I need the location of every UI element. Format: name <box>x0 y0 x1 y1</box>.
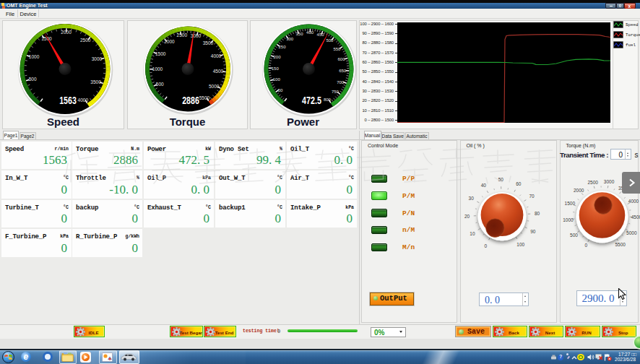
svg-text:5000: 5000 <box>209 84 220 89</box>
svg-text:200: 200 <box>273 55 281 59</box>
svg-text:1500: 1500 <box>564 201 575 206</box>
svg-text:80: 80 <box>534 211 540 216</box>
svg-text:700: 700 <box>337 80 345 84</box>
svg-text:2000: 2000 <box>61 30 72 35</box>
svg-text:0: 0 <box>484 243 487 248</box>
svg-text:20: 20 <box>464 214 470 219</box>
svg-text:50: 50 <box>498 177 503 182</box>
svg-text:2500: 2500 <box>80 38 91 43</box>
svg-text:30: 30 <box>468 196 474 201</box>
svg-text:500: 500 <box>156 82 164 87</box>
svg-text:4500: 4500 <box>631 214 640 220</box>
svg-text:3500: 3500 <box>90 79 101 84</box>
svg-text:4000: 4000 <box>78 98 89 103</box>
svg-text:4500: 4500 <box>213 69 224 74</box>
svg-text:500: 500 <box>570 233 578 238</box>
svg-text:2886: 2886 <box>182 95 199 106</box>
svg-text:400: 400 <box>306 30 314 35</box>
svg-text:70: 70 <box>529 194 535 199</box>
svg-text:2500: 2500 <box>177 32 188 38</box>
svg-text:90: 90 <box>530 229 536 234</box>
svg-text:3000: 3000 <box>191 33 202 38</box>
svg-text:10: 10 <box>470 231 475 236</box>
svg-text:100: 100 <box>516 242 524 247</box>
svg-text:50: 50 <box>277 88 282 92</box>
svg-text:3000: 3000 <box>92 56 103 61</box>
svg-text:60: 60 <box>516 181 522 186</box>
svg-text:250: 250 <box>278 45 286 49</box>
svg-text:1500: 1500 <box>155 51 166 56</box>
svg-text:5500: 5500 <box>615 242 626 247</box>
svg-text:450: 450 <box>316 32 324 37</box>
svg-text:500: 500 <box>326 38 334 43</box>
svg-text:1000: 1000 <box>152 66 163 72</box>
svg-text:2000: 2000 <box>573 188 584 193</box>
svg-text:4000: 4000 <box>211 53 222 58</box>
svg-text:40: 40 <box>480 183 486 188</box>
svg-text:4000: 4000 <box>628 199 639 204</box>
svg-text:1000: 1000 <box>563 217 574 222</box>
svg-text:600: 600 <box>337 57 345 61</box>
svg-text:650: 650 <box>339 69 347 73</box>
svg-text:350: 350 <box>295 32 303 36</box>
svg-text:800: 800 <box>323 98 331 102</box>
svg-text:1563: 1563 <box>59 95 77 106</box>
svg-text:472.5: 472.5 <box>302 95 321 106</box>
svg-text:2000: 2000 <box>164 39 175 44</box>
svg-text:5000: 5000 <box>626 230 637 235</box>
svg-text:500: 500 <box>29 77 37 82</box>
svg-text:3500: 3500 <box>203 40 214 46</box>
svg-text:0: 0 <box>584 243 587 248</box>
svg-text:150: 150 <box>271 66 279 71</box>
svg-text:1000: 1000 <box>29 54 40 59</box>
svg-text:5500: 5500 <box>199 95 210 100</box>
svg-text:100: 100 <box>272 77 280 82</box>
svg-text:300: 300 <box>286 37 294 41</box>
svg-text:3000: 3000 <box>603 179 614 184</box>
svg-text:750: 750 <box>331 90 339 94</box>
svg-text:550: 550 <box>333 47 341 51</box>
svg-text:2500: 2500 <box>587 180 598 185</box>
